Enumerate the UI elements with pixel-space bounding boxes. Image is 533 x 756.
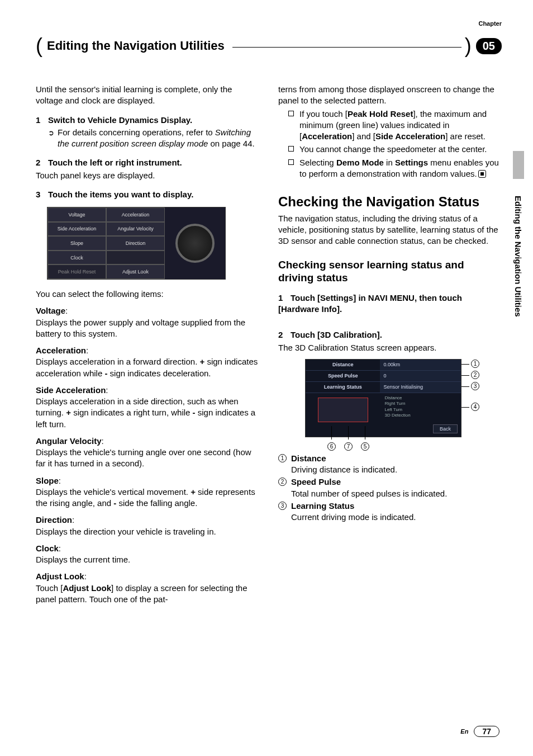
footer: En 77 — [460, 726, 499, 737]
circ-icon: 2 — [471, 371, 479, 379]
callout-7: 7 — [344, 442, 353, 451]
val-learn: Sensor Initialising — [380, 382, 461, 393]
intro-text: Until the sensor's initial learning is c… — [36, 84, 259, 107]
cell-direction: Direction — [106, 236, 165, 251]
circ-icon: 1 — [278, 454, 287, 462]
circ-icon: 3 — [278, 502, 287, 510]
select-intro: You can select the following items: — [36, 289, 259, 300]
bullet-2: You cannot change the speedometer at the… — [288, 144, 502, 155]
step-3: 3Touch the items you want to display. — [36, 189, 259, 200]
h2-body: The navigation status, including the dri… — [278, 213, 502, 247]
chapter-label: Chapter — [478, 20, 502, 27]
line — [461, 375, 469, 376]
square-bullet-icon — [288, 146, 294, 152]
def-3: 3 Learning Status — [278, 500, 502, 512]
circ-icon: 1 — [471, 360, 479, 368]
side-tab-text: Editing the Navigation Utilities — [513, 196, 523, 317]
h: Learning Status — [291, 501, 354, 511]
chapter-badge: 05 — [476, 38, 502, 54]
step-2: 2Touch the left or right instrument. — [36, 157, 259, 168]
step-1: 1Switch to Vehicle Dynamics Display. — [36, 115, 259, 126]
lbl-learn: Learning Status — [306, 382, 380, 393]
circ-icon: 4 — [471, 403, 479, 411]
r-step-1: 1Touch [Settings] in NAVI MENU, then tou… — [278, 292, 502, 315]
val-distance: 0.00km — [380, 360, 461, 370]
t: For details concerning operations, refer… — [58, 127, 215, 137]
paren-right: ) — [465, 36, 472, 56]
m: 3D Detection — [384, 413, 461, 418]
definitions-list: 1 Distance Driving distance is indicated… — [278, 453, 502, 523]
b: Adjust Look — [63, 583, 111, 593]
r-step-2: 2Touch [3D Calibration]. — [278, 329, 502, 341]
h: Angular Velocity — [36, 436, 102, 446]
square-bullet-icon — [288, 111, 294, 116]
title-bar: ( Editing the Navigation Utilities ) 05 — [36, 36, 502, 56]
h: Direction — [36, 515, 72, 525]
t: ] and [ — [352, 131, 375, 141]
item-voltage: Voltage: Displays the power supply and v… — [36, 305, 259, 339]
title-line — [232, 47, 461, 48]
t: Demo Mode — [336, 158, 384, 167]
cell-sideaccel: Side Acceleration — [47, 222, 106, 237]
m: Left Turn — [384, 407, 461, 413]
back-button: Back — [433, 424, 458, 433]
line — [331, 426, 332, 440]
vehicle-dynamics-screenshot: Voltage Acceleration Side Acceleration A… — [47, 207, 226, 280]
cell-clock: Clock — [47, 251, 106, 265]
step-1-sub-text: For details concerning operations, refer… — [58, 127, 259, 150]
t: Settings — [395, 158, 428, 167]
b: Displays acceleration in a forward direc… — [36, 357, 199, 366]
right-column: terns from among those displayed onscree… — [278, 84, 502, 605]
item-slope: Slope: Displays the vehicle's vertical m… — [36, 475, 259, 509]
m: Distance — [384, 395, 461, 401]
t: Side Acceleration — [375, 131, 445, 141]
callout-3: 3 — [471, 382, 479, 390]
step-1-text: Switch to Vehicle Dynamics Display. — [48, 115, 192, 125]
def-2-body: Total number of speed pulses is indicate… — [291, 488, 502, 499]
def-1: 1 Distance — [278, 453, 502, 464]
t: If you touch [ — [299, 109, 348, 119]
h: Distance — [291, 453, 326, 463]
item-clock: Clock: Displays the current time. — [36, 543, 259, 566]
cell-accel: Acceleration — [106, 207, 165, 222]
cell-adjust: Adjust Look — [106, 264, 165, 279]
lbl-speed: Speed Pulse — [306, 371, 380, 381]
h: Slope — [36, 476, 59, 485]
callout-2: 2 — [471, 371, 479, 379]
square-bullet-icon — [288, 159, 294, 165]
gauge-area — [165, 207, 225, 279]
t: Selecting — [299, 158, 336, 167]
gauge-icon — [175, 224, 215, 263]
cont-text: terns from among those displayed onscree… — [278, 84, 502, 107]
step-2-body: Touch panel keys are displayed. — [36, 170, 259, 181]
line — [365, 426, 365, 440]
b: sign indicates deceleration. — [107, 368, 211, 378]
arrow-icon: ➲ — [48, 128, 54, 151]
plus: + — [199, 357, 204, 366]
circ-icon: 3 — [471, 382, 479, 390]
calibration-panel: Distance0.00km Speed Pulse0 Learning Sta… — [305, 359, 461, 437]
item-direction: Direction: Displays the direction your v… — [36, 514, 259, 537]
cell-voltage: Voltage — [47, 207, 106, 222]
calibration-screenshot: Distance0.00km Speed Pulse0 Learning Sta… — [305, 359, 478, 448]
step-1-sub: ➲ For details concerning operations, ref… — [48, 127, 259, 150]
b: Displays the vehicle's turning angle ove… — [36, 447, 251, 468]
callout-4: 4 — [471, 403, 479, 411]
h: Clock — [36, 544, 59, 553]
item-adjust: Adjust Look: Touch [Adjust Look] to disp… — [36, 571, 259, 605]
cell-angvel: Angular Velocity — [106, 222, 165, 237]
cell-blank — [106, 251, 165, 265]
b: sign indicates a right turn, while — [71, 408, 193, 417]
cell-slope: Slope — [47, 236, 106, 251]
lbl-distance: Distance — [306, 360, 380, 370]
page-title: Editing the Navigation Utilities — [47, 39, 225, 53]
bullet-3: Selecting Demo Mode in Settings menu ena… — [288, 157, 502, 180]
plus: + — [191, 487, 196, 497]
circ-icon: 6 — [327, 442, 336, 451]
b: Displays the current time. — [36, 555, 130, 564]
circ-icon: 5 — [361, 442, 369, 451]
bullet-2-text: You cannot change the speedometer at the… — [299, 144, 487, 155]
side-tab-gray — [513, 151, 524, 179]
r-step-1-text: Touch [Settings] in NAVI MENU, then touc… — [278, 293, 462, 314]
item-sideaccel: Side Acceleration: Displays acceleration… — [36, 385, 259, 430]
